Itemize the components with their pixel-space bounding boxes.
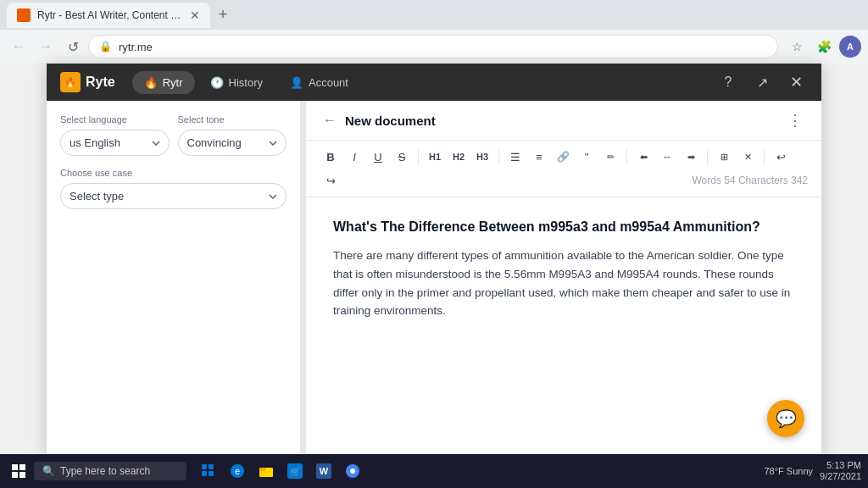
active-tab[interactable]: Rytr - Best AI Writer, Content G... ✕: [7, 3, 210, 28]
taskbar-pinned-icons: e 🛒 W: [197, 459, 364, 483]
star-button[interactable]: ☆: [785, 35, 809, 58]
profile-button[interactable]: A: [839, 36, 861, 58]
svg-rect-5: [209, 464, 214, 469]
chrome-icon[interactable]: [341, 459, 364, 483]
address-bar[interactable]: 🔒 rytr.me: [88, 35, 778, 58]
account-tab-icon: 👤: [290, 76, 303, 89]
doc-menu-button[interactable]: ⋮: [787, 111, 804, 130]
svg-rect-4: [202, 464, 207, 469]
redo-button[interactable]: ↪: [320, 169, 342, 191]
svg-rect-1: [19, 464, 25, 470]
use-case-label: Choose use case: [60, 168, 287, 178]
search-placeholder: Type here to search: [60, 465, 150, 477]
account-tab-label: Account: [309, 76, 348, 89]
tab-account[interactable]: 👤 Account: [278, 71, 360, 94]
tab-favicon: [17, 8, 31, 22]
svg-rect-7: [209, 471, 214, 476]
strikethrough-button[interactable]: S: [391, 146, 413, 168]
time-display: 5:13 PM: [826, 460, 861, 471]
tone-select[interactable]: Convincing Formal Casual Humorous: [178, 130, 287, 156]
svg-text:e: e: [235, 466, 240, 476]
back-button[interactable]: ←: [7, 35, 31, 58]
toolbar-separator-4: [707, 149, 708, 164]
word-char-count: Words 54 Characters 342: [692, 175, 808, 186]
editor-body: There are many different types of ammuni…: [333, 247, 794, 319]
history-tab-label: History: [229, 76, 263, 89]
file-explorer-icon[interactable]: [254, 459, 278, 483]
app-logo: 🔥 Ryte: [60, 72, 115, 92]
toolbar-separator-2: [498, 149, 499, 164]
editor-title: What's The Difference Between m995a3 and…: [333, 218, 794, 236]
use-case-select[interactable]: Select type Blog Idea & Outline Blog Sec…: [60, 183, 287, 209]
app-body: Select language us English UK English Fr…: [47, 101, 821, 454]
underline-button[interactable]: U: [367, 146, 389, 168]
doc-back-button[interactable]: ←: [323, 113, 337, 128]
lock-icon: 🔒: [99, 41, 112, 53]
language-select[interactable]: us English UK English French Spanish: [60, 130, 170, 156]
main-content: ← New document ⋮ B I U S H1 H2 H3 ☰ ≡ 🔗 …: [306, 101, 821, 454]
table-button[interactable]: ⊞: [713, 146, 735, 168]
tab-close-button[interactable]: ✕: [190, 8, 200, 22]
rytr-tab-label: Rytr: [163, 76, 183, 89]
align-left-button[interactable]: ⬅: [632, 146, 654, 168]
date-display: 9/27/2021: [820, 471, 861, 482]
forward-button[interactable]: →: [34, 35, 58, 58]
bullet-list-button[interactable]: ☰: [504, 146, 526, 168]
chat-button[interactable]: 💬: [767, 400, 804, 437]
word-icon[interactable]: W: [312, 459, 336, 483]
editor-area[interactable]: What's The Difference Between m995a3 and…: [306, 197, 821, 454]
weather-text: 78°F Sunny: [764, 466, 813, 476]
help-button[interactable]: ?: [716, 70, 740, 94]
svg-rect-2: [12, 472, 18, 478]
task-view-button[interactable]: [197, 459, 220, 483]
tab-history[interactable]: 🕐 History: [198, 71, 275, 94]
rytr-tab-icon: 🔥: [144, 76, 158, 89]
h1-button[interactable]: H1: [424, 146, 446, 168]
align-center-button[interactable]: ↔: [656, 146, 678, 168]
sidebar: Select language us English UK English Fr…: [47, 101, 301, 454]
taskbar-search[interactable]: 🔍 Type here to search: [34, 462, 186, 480]
h3-button[interactable]: H3: [471, 146, 493, 168]
undo-button[interactable]: ↩: [770, 146, 792, 168]
svg-text:W: W: [320, 466, 329, 476]
tone-group: Select tone Convincing Formal Casual Hum…: [178, 114, 287, 156]
header-actions: ? ↗ ✕: [716, 70, 808, 94]
close-window-button[interactable]: ✕: [784, 70, 808, 94]
browser-nav: ← → ↺ 🔒 rytr.me ☆ 🧩 A: [0, 30, 868, 64]
address-text: rytr.me: [119, 41, 153, 53]
nav-tabs: 🔥 Rytr 🕐 History 👤 Account: [132, 71, 716, 94]
system-tray: 78°F Sunny 5:13 PM 9/27/2021: [764, 460, 861, 482]
editor-toolbar: B I U S H1 H2 H3 ☰ ≡ 🔗 " ✏ ⬅ ↔ ➡ ⊞: [306, 141, 821, 197]
link-button[interactable]: 🔗: [552, 146, 574, 168]
svg-rect-3: [19, 472, 25, 478]
doc-header: ← New document ⋮: [306, 101, 821, 141]
toolbar-separator-3: [626, 149, 627, 164]
highlight-button[interactable]: ✏: [599, 146, 621, 168]
tone-label: Select tone: [178, 114, 287, 125]
italic-button[interactable]: I: [343, 146, 365, 168]
open-external-button[interactable]: ↗: [750, 70, 774, 94]
language-tone-row: Select language us English UK English Fr…: [60, 114, 287, 168]
use-case-group: Choose use case Select type Blog Idea & …: [60, 168, 287, 209]
doc-title: New document: [345, 114, 436, 128]
tab-title: Rytr - Best AI Writer, Content G...: [37, 9, 183, 21]
clear-format-button[interactable]: ✕: [737, 146, 759, 168]
align-right-button[interactable]: ➡: [680, 146, 702, 168]
svg-rect-0: [12, 464, 18, 470]
new-tab-button[interactable]: +: [210, 3, 236, 28]
history-tab-icon: 🕐: [210, 76, 224, 89]
refresh-button[interactable]: ↺: [61, 35, 85, 58]
language-label: Select language: [60, 114, 170, 125]
h2-button[interactable]: H2: [448, 146, 470, 168]
quote-button[interactable]: ": [576, 146, 598, 168]
store-icon[interactable]: 🛒: [283, 459, 307, 483]
extensions-button[interactable]: 🧩: [812, 35, 836, 58]
nav-actions: ☆ 🧩 A: [785, 35, 861, 58]
numbered-list-button[interactable]: ≡: [528, 146, 550, 168]
bold-button[interactable]: B: [320, 146, 342, 168]
edge-icon[interactable]: e: [225, 459, 249, 483]
windows-start-button[interactable]: [7, 459, 31, 483]
tab-rytr[interactable]: 🔥 Rytr: [132, 71, 195, 94]
search-icon: 🔍: [42, 465, 55, 477]
svg-text:🛒: 🛒: [290, 466, 301, 477]
